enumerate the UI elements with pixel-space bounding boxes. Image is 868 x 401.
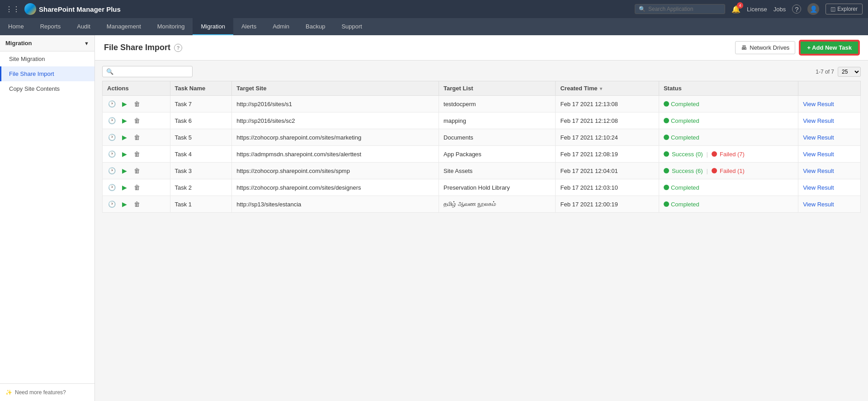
- created-time-cell: Feb 17 2021 12:12:08: [556, 112, 659, 129]
- nav-item-management[interactable]: Management: [99, 18, 149, 35]
- status-cell: Success (0) | Failed (7): [659, 146, 798, 163]
- grid-menu-icon[interactable]: ⋮⋮: [5, 5, 20, 14]
- search-input[interactable]: [648, 6, 721, 12]
- nav-item-migration[interactable]: Migration: [193, 18, 233, 35]
- action-icons: 🕐 ▶ 🗑: [107, 200, 165, 209]
- action-icons: 🕐 ▶ 🗑: [107, 149, 165, 159]
- delete-icon[interactable]: 🗑: [132, 183, 142, 192]
- nav-item-reports[interactable]: Reports: [32, 18, 69, 35]
- sidebar-item-copy-site-contents[interactable]: Copy Site Contents: [0, 81, 94, 96]
- col-view-result: [798, 81, 861, 96]
- help-icon[interactable]: ?: [174, 44, 182, 52]
- sidebar-item-label: Copy Site Contents: [9, 85, 60, 92]
- view-result-link[interactable]: View Result: [803, 151, 834, 158]
- play-icon[interactable]: ▶: [120, 183, 129, 192]
- table-row: 🕐 ▶ 🗑 Task 7http://sp2016/sites/s1testdo…: [103, 96, 861, 112]
- jobs-link[interactable]: Jobs: [774, 6, 786, 13]
- view-result-cell[interactable]: View Result: [798, 196, 861, 213]
- table-search-box[interactable]: 🔍: [102, 66, 193, 77]
- delete-icon[interactable]: 🗑: [132, 149, 142, 159]
- target-site-cell: https://zohocorp.sharepoint.com/sites/ma…: [232, 129, 439, 146]
- view-result-link[interactable]: View Result: [803, 101, 834, 107]
- play-icon[interactable]: ▶: [120, 149, 129, 159]
- user-avatar[interactable]: 👤: [807, 3, 819, 15]
- add-new-task-button[interactable]: + Add New Task: [800, 41, 859, 55]
- status-dot-red: [712, 168, 717, 173]
- sidebar-section-header[interactable]: Migration ▼: [0, 35, 94, 51]
- view-result-cell[interactable]: View Result: [798, 146, 861, 163]
- play-icon[interactable]: ▶: [120, 200, 129, 209]
- play-icon[interactable]: ▶: [120, 99, 129, 108]
- table-search-input[interactable]: [115, 69, 189, 75]
- delete-icon[interactable]: 🗑: [132, 133, 142, 142]
- col-created-time[interactable]: Created Time: [556, 81, 659, 96]
- app-name: SharePoint Manager Plus: [39, 5, 121, 13]
- play-icon[interactable]: ▶: [120, 116, 129, 125]
- status-cell: Completed: [659, 196, 798, 213]
- nav-item-backup[interactable]: Backup: [297, 18, 333, 35]
- license-link[interactable]: License: [747, 6, 767, 13]
- schedule-icon[interactable]: 🕐: [107, 133, 116, 142]
- play-icon[interactable]: ▶: [120, 166, 129, 175]
- delete-icon[interactable]: 🗑: [132, 99, 142, 108]
- nav-item-alerts[interactable]: Alerts: [233, 18, 264, 35]
- status-cell: Completed: [659, 112, 798, 129]
- col-target-list: Target List: [439, 81, 556, 96]
- view-result-cell[interactable]: View Result: [798, 96, 861, 112]
- view-result-cell[interactable]: View Result: [798, 179, 861, 196]
- per-page-select[interactable]: 25 50 100: [838, 67, 861, 77]
- play-icon[interactable]: ▶: [120, 133, 129, 142]
- sidebar-collapse-icon[interactable]: ▼: [84, 41, 89, 46]
- sidebar-bottom[interactable]: ✨ Need more features?: [0, 383, 94, 401]
- schedule-icon[interactable]: 🕐: [107, 200, 116, 209]
- target-list-cell: App Packages: [439, 146, 556, 163]
- status-label: Completed: [671, 101, 699, 107]
- nav-item-support[interactable]: Support: [333, 18, 370, 35]
- view-result-cell[interactable]: View Result: [798, 112, 861, 129]
- network-drives-button[interactable]: 🖶 Network Drives: [735, 41, 795, 54]
- status-dot-red: [712, 151, 717, 157]
- notification-bell[interactable]: 🔔 4: [731, 5, 741, 14]
- col-status: Status: [659, 81, 798, 96]
- notification-badge: 4: [737, 2, 743, 9]
- status-mixed: Success (6) | Failed (1): [664, 168, 793, 174]
- delete-icon[interactable]: 🗑: [132, 166, 142, 175]
- col-actions: Actions: [103, 81, 170, 96]
- status-label: Completed: [671, 201, 699, 208]
- table-row: 🕐 ▶ 🗑 Task 6http://sp2016/sites/sc2mappi…: [103, 112, 861, 129]
- view-result-link[interactable]: View Result: [803, 201, 834, 208]
- schedule-icon[interactable]: 🕐: [107, 166, 116, 175]
- status-cell: Completed: [659, 96, 798, 112]
- explorer-button[interactable]: ◫ Explorer: [826, 4, 863, 14]
- target-list-cell: mapping: [439, 112, 556, 129]
- search-box[interactable]: 🔍: [635, 4, 725, 14]
- status-failed-label: Failed (1): [720, 168, 745, 174]
- sidebar-item-file-share-import[interactable]: File Share Import: [0, 66, 94, 81]
- network-drives-label: Network Drives: [750, 44, 789, 51]
- delete-icon[interactable]: 🗑: [132, 116, 142, 125]
- view-result-link[interactable]: View Result: [803, 168, 834, 174]
- status-dot-green: [664, 151, 669, 157]
- nav-item-audit[interactable]: Audit: [69, 18, 99, 35]
- view-result-link[interactable]: View Result: [803, 134, 834, 141]
- actions-cell: 🕐 ▶ 🗑: [103, 179, 170, 196]
- status-completed: Completed: [664, 117, 793, 124]
- delete-icon[interactable]: 🗑: [132, 200, 142, 209]
- view-result-link[interactable]: View Result: [803, 184, 834, 191]
- schedule-icon[interactable]: 🕐: [107, 149, 116, 159]
- content-header: File Share Import ? 🖶 Network Drives + A…: [95, 35, 868, 61]
- help-link[interactable]: ?: [792, 5, 801, 14]
- nav-item-monitoring[interactable]: Monitoring: [149, 18, 193, 35]
- sidebar-item-site-migration[interactable]: Site Migration: [0, 51, 94, 66]
- view-result-cell[interactable]: View Result: [798, 129, 861, 146]
- schedule-icon[interactable]: 🕐: [107, 99, 116, 108]
- target-site-cell: https://zohocorp.sharepoint.com/sites/sp…: [232, 163, 439, 179]
- schedule-icon[interactable]: 🕐: [107, 116, 116, 125]
- view-result-link[interactable]: View Result: [803, 117, 834, 124]
- view-result-cell[interactable]: View Result: [798, 163, 861, 179]
- table-row: 🕐 ▶ 🗑 Task 2https://zohocorp.sharepoint.…: [103, 179, 861, 196]
- target-site-cell: http://sp2016/sites/s1: [232, 96, 439, 112]
- nav-item-home[interactable]: Home: [0, 18, 32, 35]
- nav-item-admin[interactable]: Admin: [264, 18, 297, 35]
- schedule-icon[interactable]: 🕐: [107, 183, 116, 192]
